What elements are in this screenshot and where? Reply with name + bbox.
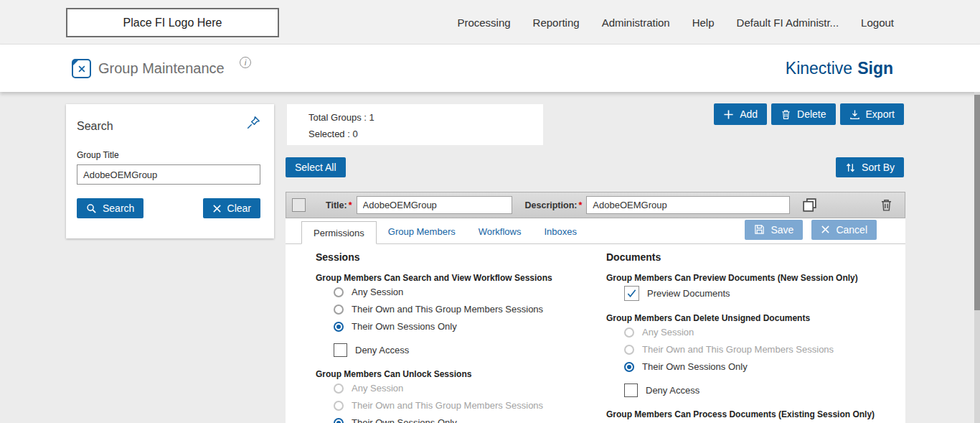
group-maintenance-icon <box>72 59 91 78</box>
group-title-label: Group Title <box>77 150 260 160</box>
sessions-column: Sessions Group Members Can Search and Vi… <box>316 251 606 423</box>
brand-name: Kinective <box>786 59 852 78</box>
radio-own-and-group-sessions-disabled: Their Own and This Group Members Session… <box>624 341 893 358</box>
title-label: Title:* <box>326 200 352 210</box>
sessions-heading: Sessions <box>316 251 606 263</box>
clear-button[interactable]: Clear <box>203 198 260 218</box>
delete-button[interactable]: Delete <box>771 103 835 125</box>
group-row-header: Title:* Description:* <box>286 192 905 218</box>
perm-group-title: Group Members Can Search and View Workfl… <box>316 273 606 284</box>
top-bar: Place FI Logo Here Processing Reporting … <box>0 0 980 45</box>
export-button[interactable]: Export <box>840 103 904 125</box>
copy-icon[interactable] <box>801 197 818 213</box>
checkbox-deny-access[interactable]: Deny Access <box>624 381 893 399</box>
select-all-button[interactable]: Select All <box>286 157 346 177</box>
nav-item-reporting[interactable]: Reporting <box>533 17 580 29</box>
crud-toolbar: Add Delete Export <box>714 103 904 125</box>
nav-item-administration[interactable]: Administration <box>602 17 670 29</box>
x-icon <box>212 204 222 213</box>
radio-own-sessions-only[interactable]: Their Own Sessions Only <box>334 414 606 423</box>
radio-icon <box>334 287 344 297</box>
group-title-input[interactable] <box>77 164 260 185</box>
documents-column: Documents Group Members Can Preview Docu… <box>606 251 893 423</box>
trash-icon <box>880 198 893 212</box>
tab-inboxes[interactable]: Inboxes <box>532 220 588 243</box>
radio-icon <box>624 345 634 355</box>
fi-logo-text: Place FI Logo Here <box>123 17 222 29</box>
download-icon <box>849 109 860 120</box>
search-icon <box>86 203 97 214</box>
radio-own-sessions-only[interactable]: Their Own Sessions Only <box>334 318 606 335</box>
add-button[interactable]: Add <box>714 103 767 125</box>
main-nav: Processing Reporting Administration Help… <box>457 0 894 45</box>
vertical-scrollbar[interactable] <box>974 92 980 423</box>
perm-group-title: Group Members Can Unlock Sessions <box>316 369 606 380</box>
radio-icon <box>624 327 634 338</box>
radio-own-and-group-sessions[interactable]: Their Own and This Group Members Session… <box>334 301 606 318</box>
perm-group-title: Group Members Can Process Documents (Exi… <box>606 409 893 420</box>
required-marker: * <box>349 200 352 210</box>
radio-icon-selected <box>624 362 634 372</box>
radio-icon <box>334 384 344 394</box>
radio-any-session[interactable]: Any Session <box>334 284 606 301</box>
documents-heading: Documents <box>606 251 893 263</box>
scrollbar-thumb[interactable] <box>974 95 980 310</box>
total-groups-text: Total Groups : 1 <box>308 109 543 126</box>
required-marker: * <box>578 200 582 210</box>
form-actions: Save Cancel <box>745 220 877 240</box>
fi-logo-placeholder: Place FI Logo Here <box>66 8 279 37</box>
page-title: Group Maintenance <box>98 60 225 77</box>
tab-group-members[interactable]: Group Members <box>377 220 467 243</box>
page-header: Group Maintenance i Kinective Sign <box>0 45 980 92</box>
checkbox-icon <box>624 384 638 397</box>
save-button[interactable]: Save <box>745 220 803 240</box>
groups-summary: Total Groups : 1 Selected : 0 <box>287 104 543 145</box>
search-button[interactable]: Search <box>77 198 143 218</box>
content-area: Search Group Title Search Clear Total Gr… <box>0 92 980 423</box>
check-icon <box>626 288 637 299</box>
radio-own-sessions-only[interactable]: Their Own Sessions Only <box>624 358 893 376</box>
description-label: Description:* <box>525 200 583 210</box>
perm-group-title: Group Members Can Delete Unsigned Docume… <box>606 313 893 324</box>
save-icon <box>754 224 765 235</box>
checkbox-icon <box>334 343 347 357</box>
nav-item-processing[interactable]: Processing <box>457 17 510 29</box>
checkbox-preview-documents[interactable]: Preview Documents <box>624 284 893 303</box>
tab-workflows[interactable]: Workflows <box>467 220 533 243</box>
trash-icon <box>781 109 791 120</box>
permissions-tab-content: Sessions Group Members Can Search and Vi… <box>286 244 905 423</box>
radio-own-and-group-sessions-disabled: Their Own and This Group Members Session… <box>334 397 606 414</box>
radio-icon <box>334 305 344 315</box>
nav-item-help[interactable]: Help <box>692 17 715 29</box>
cancel-button[interactable]: Cancel <box>811 220 877 240</box>
x-icon <box>821 225 830 234</box>
info-icon[interactable]: i <box>240 57 251 68</box>
checkbox-deny-access[interactable]: Deny Access <box>334 341 606 359</box>
perm-group-title: Group Members Can Preview Documents (New… <box>606 273 893 284</box>
brand-product: Sign <box>857 59 893 78</box>
brand-logo: Kinective Sign <box>786 45 893 92</box>
delete-group-icon[interactable] <box>880 198 893 212</box>
sort-icon <box>845 162 856 173</box>
tab-strip: Permissions Group Members Workflows Inbo… <box>286 218 905 244</box>
radio-icon <box>334 401 344 411</box>
nav-item-current-user[interactable]: Default FI Administr... <box>737 17 839 29</box>
radio-icon-selected <box>334 322 344 332</box>
radio-any-session-disabled: Any Session <box>334 380 606 397</box>
group-description-row-input[interactable] <box>586 196 790 214</box>
radio-any-session-disabled: Any Session <box>624 324 893 341</box>
row-select-checkbox[interactable] <box>292 198 306 212</box>
selected-count-text: Selected : 0 <box>308 126 543 142</box>
sort-by-button[interactable]: Sort By <box>836 157 904 177</box>
checkbox-icon-checked <box>624 286 639 301</box>
x-glyph <box>77 65 86 73</box>
radio-icon-selected <box>334 418 344 423</box>
tab-permissions[interactable]: Permissions <box>301 221 377 244</box>
pin-icon[interactable] <box>246 116 260 133</box>
plus-icon <box>723 109 734 120</box>
nav-item-logout[interactable]: Logout <box>861 17 894 29</box>
search-panel-title: Search <box>77 116 113 133</box>
group-panel: Title:* Description:* Permissions Group … <box>286 192 905 423</box>
search-panel: Search Group Title Search Clear <box>66 104 274 238</box>
group-title-row-input[interactable] <box>357 196 512 214</box>
